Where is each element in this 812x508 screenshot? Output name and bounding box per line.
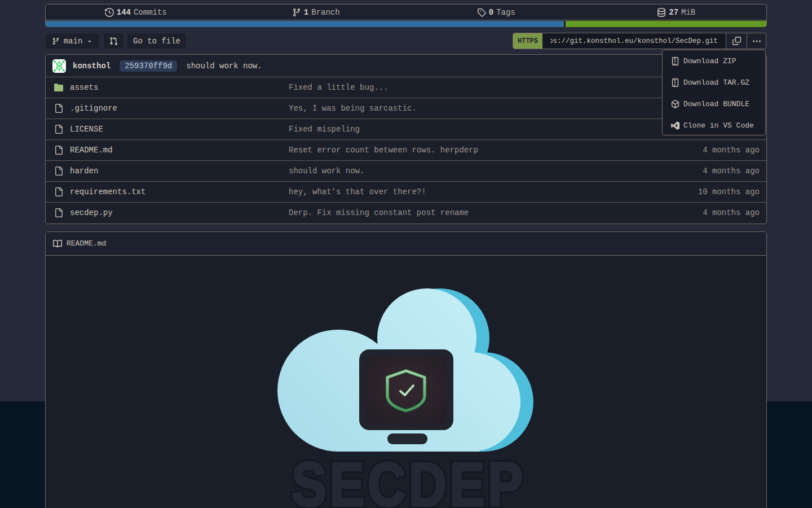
svg-text:SECDEP: SECDEP bbox=[292, 449, 523, 508]
